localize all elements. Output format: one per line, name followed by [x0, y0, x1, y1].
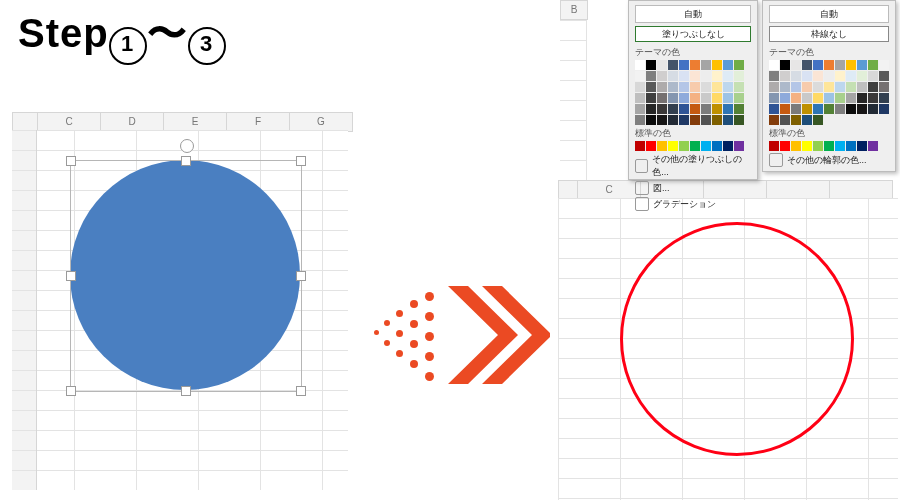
- color-swatch[interactable]: [701, 60, 711, 70]
- color-swatch[interactable]: [712, 93, 722, 103]
- resize-handle[interactable]: [66, 386, 76, 396]
- color-swatch[interactable]: [813, 115, 823, 125]
- color-swatch[interactable]: [701, 82, 711, 92]
- resize-handle[interactable]: [66, 271, 76, 281]
- color-swatch[interactable]: [780, 115, 790, 125]
- color-swatch[interactable]: [635, 115, 645, 125]
- color-swatch[interactable]: [868, 141, 878, 151]
- color-swatch[interactable]: [769, 141, 779, 151]
- color-swatch[interactable]: [780, 93, 790, 103]
- color-swatch[interactable]: [868, 60, 878, 70]
- color-swatch[interactable]: [769, 115, 779, 125]
- color-swatch[interactable]: [668, 104, 678, 114]
- resize-handle[interactable]: [181, 386, 191, 396]
- color-swatch[interactable]: [835, 104, 845, 114]
- color-swatch[interactable]: [701, 115, 711, 125]
- rotate-handle[interactable]: [180, 139, 194, 153]
- color-swatch[interactable]: [857, 141, 867, 151]
- color-swatch[interactable]: [780, 60, 790, 70]
- color-swatch[interactable]: [657, 82, 667, 92]
- color-swatch[interactable]: [646, 115, 656, 125]
- color-swatch[interactable]: [824, 60, 834, 70]
- color-swatch[interactable]: [802, 115, 812, 125]
- no-outline-option[interactable]: 枠線なし: [769, 26, 889, 42]
- color-swatch[interactable]: [646, 93, 656, 103]
- color-swatch[interactable]: [824, 104, 834, 114]
- color-swatch[interactable]: [791, 60, 801, 70]
- color-swatch[interactable]: [723, 141, 733, 151]
- color-swatch[interactable]: [668, 93, 678, 103]
- color-swatch[interactable]: [835, 71, 845, 81]
- color-swatch[interactable]: [879, 82, 889, 92]
- color-swatch[interactable]: [734, 93, 744, 103]
- color-swatch[interactable]: [657, 93, 667, 103]
- color-swatch[interactable]: [690, 60, 700, 70]
- color-swatch[interactable]: [857, 93, 867, 103]
- color-swatch[interactable]: [780, 104, 790, 114]
- row-headers[interactable]: [12, 130, 37, 490]
- color-swatch[interactable]: [780, 71, 790, 81]
- color-swatch[interactable]: [824, 93, 834, 103]
- color-swatch[interactable]: [835, 82, 845, 92]
- color-swatch[interactable]: [835, 60, 845, 70]
- color-swatch[interactable]: [835, 141, 845, 151]
- color-swatch[interactable]: [791, 141, 801, 151]
- color-swatch[interactable]: [635, 82, 645, 92]
- color-swatch[interactable]: [646, 141, 656, 151]
- color-swatch[interactable]: [769, 93, 779, 103]
- col-header[interactable]: [12, 112, 38, 132]
- color-swatch[interactable]: [646, 71, 656, 81]
- more-outline-colors[interactable]: その他の輪郭の色...: [769, 153, 889, 167]
- color-swatch[interactable]: [723, 60, 733, 70]
- more-fill-colors[interactable]: その他の塗りつぶしの色...: [635, 153, 751, 179]
- auto-option[interactable]: 自動: [635, 5, 751, 23]
- color-swatch[interactable]: [723, 71, 733, 81]
- color-swatch[interactable]: [712, 104, 722, 114]
- color-swatch[interactable]: [657, 60, 667, 70]
- color-swatch[interactable]: [657, 104, 667, 114]
- color-swatch[interactable]: [723, 82, 733, 92]
- color-swatch[interactable]: [646, 60, 656, 70]
- color-swatch[interactable]: [712, 141, 722, 151]
- color-swatch[interactable]: [857, 71, 867, 81]
- color-swatch[interactable]: [679, 82, 689, 92]
- color-swatch[interactable]: [723, 93, 733, 103]
- col-header[interactable]: D: [101, 112, 164, 132]
- gradient-fill[interactable]: グラデーション: [635, 197, 751, 211]
- color-swatch[interactable]: [846, 104, 856, 114]
- color-swatch[interactable]: [802, 71, 812, 81]
- color-swatch[interactable]: [712, 60, 722, 70]
- no-fill-option[interactable]: 塗りつぶしなし: [635, 26, 751, 42]
- color-swatch[interactable]: [769, 104, 779, 114]
- col-header[interactable]: E: [164, 112, 227, 132]
- color-swatch[interactable]: [879, 104, 889, 114]
- color-swatch[interactable]: [701, 141, 711, 151]
- color-swatch[interactable]: [679, 104, 689, 114]
- color-swatch[interactable]: [646, 82, 656, 92]
- col-header[interactable]: B: [560, 0, 588, 20]
- color-swatch[interactable]: [635, 71, 645, 81]
- color-swatch[interactable]: [723, 115, 733, 125]
- color-swatch[interactable]: [734, 104, 744, 114]
- color-swatch[interactable]: [780, 141, 790, 151]
- color-swatch[interactable]: [635, 60, 645, 70]
- color-swatch[interactable]: [668, 115, 678, 125]
- color-swatch[interactable]: [813, 104, 823, 114]
- color-swatch[interactable]: [679, 115, 689, 125]
- resize-handle[interactable]: [296, 271, 306, 281]
- color-swatch[interactable]: [802, 104, 812, 114]
- color-swatch[interactable]: [646, 104, 656, 114]
- grid-area[interactable]: [12, 130, 348, 490]
- grid-area[interactable]: [558, 198, 898, 500]
- color-swatch[interactable]: [723, 104, 733, 114]
- color-swatch[interactable]: [846, 60, 856, 70]
- color-swatch[interactable]: [734, 82, 744, 92]
- color-swatch[interactable]: [679, 60, 689, 70]
- color-swatch[interactable]: [668, 141, 678, 151]
- color-swatch[interactable]: [868, 82, 878, 92]
- color-swatch[interactable]: [712, 71, 722, 81]
- color-swatch[interactable]: [835, 93, 845, 103]
- color-swatch[interactable]: [879, 60, 889, 70]
- color-swatch[interactable]: [791, 71, 801, 81]
- color-swatch[interactable]: [734, 141, 744, 151]
